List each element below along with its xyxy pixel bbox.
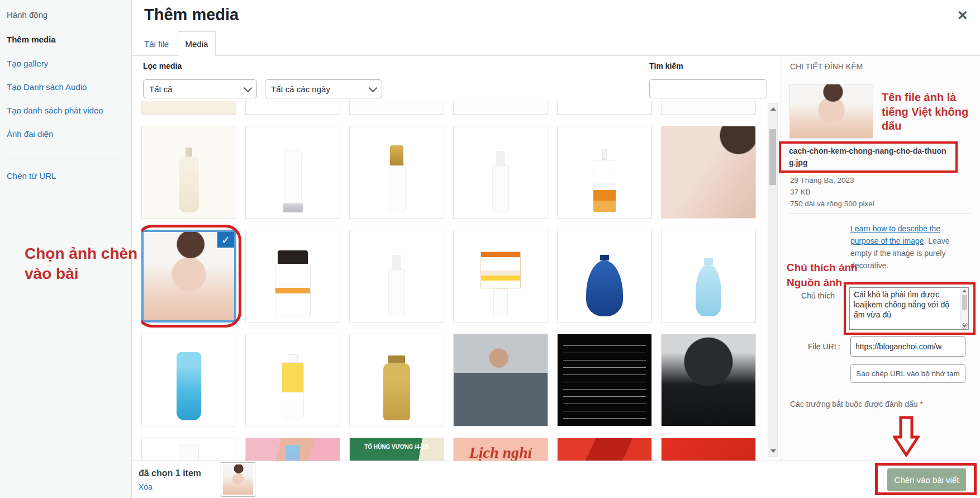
media-item-joseon-sunscreen-tube[interactable] xyxy=(141,126,236,219)
sidebar-divider xyxy=(7,159,121,159)
scroll-up-icon[interactable] xyxy=(962,290,967,292)
product-shape xyxy=(288,354,298,362)
file-url-input[interactable] xyxy=(850,336,965,357)
media-item-cut-gray[interactable] xyxy=(453,101,548,115)
media-item-white-tube-silver-cap[interactable] xyxy=(245,126,340,219)
product-shape xyxy=(600,255,609,260)
product-shape xyxy=(177,352,201,420)
annotation-filename-note: Tên file ảnh là tiếng Việt không dấu xyxy=(882,91,978,134)
product-shape xyxy=(696,265,721,316)
media-item-skin-aqua-uv-milk[interactable] xyxy=(349,230,444,322)
media-item-shiseido-blue-bottle[interactable] xyxy=(557,230,652,322)
media-item-photo-red-flag-star[interactable] xyxy=(661,438,756,461)
media-item-photo-korean-man[interactable] xyxy=(453,334,548,426)
media-item-skin-aqua-white-bottle[interactable] xyxy=(453,126,548,219)
media-item-photo-woman-cream-selected[interactable]: ✓ xyxy=(141,230,236,322)
product-shape xyxy=(481,252,521,288)
scroll-up-icon[interactable] xyxy=(770,107,776,111)
tab-divider xyxy=(132,55,980,56)
sidebar-item-tao-danh-sach-video[interactable]: Tạo danh sách phát video xyxy=(7,106,103,115)
caption-textarea[interactable]: Cái khó là phải tìm được loaijkem chống … xyxy=(849,287,969,330)
media-item-photo-pink-hand-bottle[interactable] xyxy=(245,438,340,461)
media-item-photo-bowing-man[interactable] xyxy=(661,334,756,426)
product-shape xyxy=(284,150,302,203)
tile-text: Lịch nghỉ xyxy=(469,444,532,461)
media-item-cut-white-1[interactable] xyxy=(245,101,340,115)
sidebar-item-anh-dai-dien[interactable]: Ảnh đại diện xyxy=(7,129,53,139)
product-shape xyxy=(282,362,304,420)
selected-image xyxy=(223,464,253,495)
media-item-banner-gio-to-hung-vuong[interactable]: TỐ HÙNG VƯƠNG /4-1/5 xyxy=(349,438,444,461)
required-asterisk: * xyxy=(920,400,922,409)
attachment-meta: 29 Tháng Ba, 2023 37 KB 750 dài và rộng … xyxy=(790,174,874,210)
sidebar-item-chen-tu-url[interactable]: Chèn từ URL xyxy=(7,171,56,181)
media-type-select[interactable]: Tất cả xyxy=(143,79,257,98)
footer-toolbar xyxy=(132,461,980,498)
annotation-select-image: Chọn ảnh chèn vào bài xyxy=(25,244,142,284)
product-shape xyxy=(392,255,401,269)
search-input[interactable] xyxy=(649,79,767,98)
scrollbar-thumb[interactable] xyxy=(769,129,776,185)
annotation-source-note: Nguồn ảnh xyxy=(787,277,842,289)
sidebar-heading: Hành động xyxy=(7,10,47,20)
product-shape xyxy=(283,203,303,212)
clear-selection-link[interactable]: Xóa xyxy=(139,482,153,491)
media-item-la-roche-posay-anthelios[interactable] xyxy=(557,126,652,219)
annotation-arrow-down-icon xyxy=(893,416,920,457)
filter-label: Lọc media xyxy=(143,61,182,70)
media-item-photo-red-fabric[interactable] xyxy=(557,438,652,461)
media-item-photo-woman-eyes-closed[interactable] xyxy=(661,126,756,219)
scroll-down-icon[interactable] xyxy=(770,449,776,453)
grid-scrollbar[interactable] xyxy=(768,103,778,457)
media-item-anessa-gold-bottle[interactable] xyxy=(349,334,444,426)
chevron-down-icon xyxy=(369,83,378,92)
media-item-light-blue-bottle[interactable] xyxy=(661,230,756,322)
media-item-cut-cream-product[interactable] xyxy=(141,101,236,115)
product-shape xyxy=(179,444,199,461)
sidebar-item-them-media[interactable]: Thêm media xyxy=(7,35,56,44)
insert-into-post-button[interactable]: Chèn vào bài viết xyxy=(887,468,966,491)
annotation-caption-note: Chú thích ảnh xyxy=(787,262,858,274)
close-icon[interactable]: × xyxy=(958,7,968,23)
copy-url-button[interactable]: Sao chép URL vào bộ nhớ tạm xyxy=(850,364,965,383)
media-date-select[interactable]: Tất cả các ngày xyxy=(265,79,382,98)
resize-handle-icon[interactable] xyxy=(962,323,968,329)
media-item-cut-white-2[interactable] xyxy=(349,101,444,115)
media-item-cut-white-bottle[interactable] xyxy=(141,438,236,461)
text-lines-placeholder xyxy=(563,341,646,419)
media-item-heliocare-360[interactable] xyxy=(245,230,340,322)
media-item-banner-lich-nghi[interactable]: Lịch nghỉ xyxy=(453,438,548,461)
search-label: Tìm kiếm xyxy=(649,61,683,70)
media-item-cut-white-3[interactable] xyxy=(557,101,652,115)
media-item-image-yellow-tube[interactable] xyxy=(245,334,340,426)
product-shape xyxy=(388,269,405,316)
media-item-cut-white-4[interactable] xyxy=(661,101,756,115)
annotation-filename-box: cach-chon-kem-chong-nang-cho-da-thuong.j… xyxy=(779,141,958,173)
add-media-modal: Hành động Thêm media Tạo gallery Tạo Dan… xyxy=(0,0,980,498)
alt-text-help: Learn how to describe the purpose of the… xyxy=(850,222,961,272)
media-item-skin-aqua-gold-cap[interactable] xyxy=(349,126,444,219)
attachment-date: 29 Tháng Ba, 2023 xyxy=(790,174,874,186)
media-item-curel-uv-pack[interactable] xyxy=(453,230,548,322)
tab-tai-file[interactable]: Tải file xyxy=(144,39,169,49)
selected-check-icon: ✓ xyxy=(216,232,234,249)
sidebar-item-tao-gallery[interactable]: Tạo gallery xyxy=(7,59,48,68)
tile-text: TỐ HÙNG VƯƠNG /4-1/5 xyxy=(364,444,429,450)
details-heading: CHI TIẾT ĐÍNH KÈM xyxy=(790,62,863,71)
sidebar: Hành động Thêm media Tạo gallery Tạo Dan… xyxy=(0,0,132,498)
product-shape xyxy=(493,288,508,316)
sidebar-item-tao-danh-sach-audio[interactable]: Tạo Danh sách Audio xyxy=(7,82,87,92)
caption-label: Chú thích xyxy=(790,291,835,300)
panel-divider xyxy=(790,214,970,214)
product-shape xyxy=(704,258,713,265)
scrollbar-thumb[interactable] xyxy=(962,295,967,310)
attachment-filesize: 37 KB xyxy=(790,186,874,198)
product-shape xyxy=(390,145,403,165)
attachment-filename: cach-chon-kem-chong-nang-cho-da-thuong.j… xyxy=(781,145,955,169)
selection-count: đã chọn 1 item xyxy=(139,468,201,478)
media-item-korean-text-black[interactable] xyxy=(557,334,652,426)
chevron-down-icon xyxy=(244,83,253,92)
product-shape xyxy=(185,148,192,156)
tab-media[interactable]: Media xyxy=(178,31,216,56)
media-item-senka-perfect-uv-milk[interactable] xyxy=(141,334,236,426)
